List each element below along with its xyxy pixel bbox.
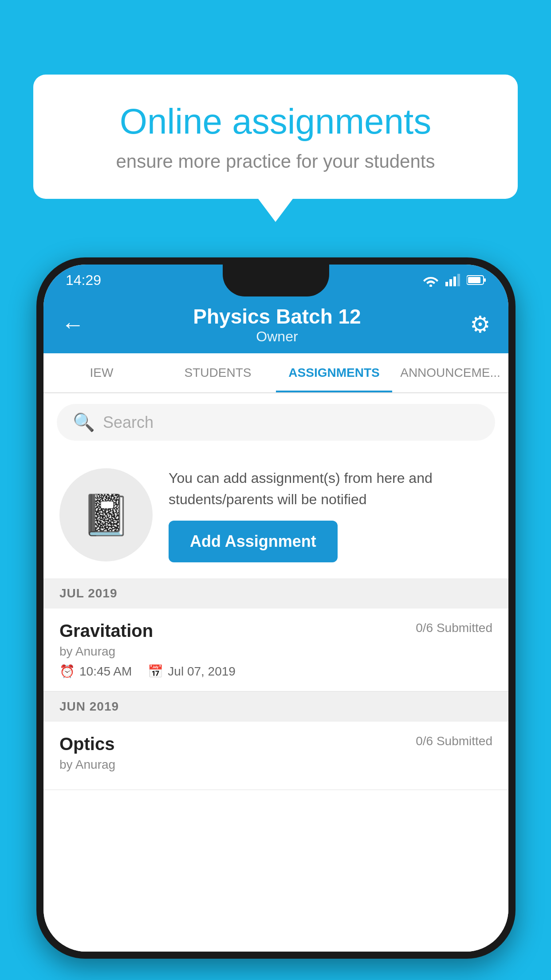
assignment-item-gravitation[interactable]: Gravitation 0/6 Submitted by Anurag ⏰ 10… [43,609,508,692]
promo-description: You can add assignment(s) from here and … [169,467,492,510]
promo-card: 📓 You can add assignment(s) from here an… [43,451,508,578]
search-bar[interactable]: 🔍 Search [57,404,495,441]
assignment-submitted: 0/6 Submitted [416,621,492,635]
screen-content: IEW STUDENTS ASSIGNMENTS ANNOUNCEME... 🔍… [43,353,508,952]
tab-assignments[interactable]: ASSIGNMENTS [276,353,392,392]
battery-icon [467,275,486,285]
wifi-icon [422,273,439,287]
tab-iew[interactable]: IEW [43,353,160,392]
svg-rect-1 [445,282,448,286]
status-icons [422,273,486,287]
svg-rect-7 [484,278,486,282]
assignment-meta: ⏰ 10:45 AM 📅 Jul 07, 2019 [59,664,492,679]
svg-rect-4 [457,274,460,286]
search-icon: 🔍 [73,412,95,433]
status-time: 14:29 [66,272,101,288]
app-bar-title: Physics Batch 12 [193,304,361,328]
svg-rect-3 [453,277,456,286]
assignment-by: by Anurag [59,644,492,659]
assignment-time: ⏰ 10:45 AM [59,664,132,679]
speech-bubble: Online assignments ensure more practice … [33,75,518,199]
app-bar-subtitle: Owner [193,328,361,345]
svg-rect-6 [468,277,480,283]
assignment-row-top: Gravitation 0/6 Submitted [59,621,492,641]
section-header-jun: JUN 2019 [43,692,508,722]
notebook-icon: 📓 [81,492,131,538]
assignment-submitted-optics: 0/6 Submitted [416,734,492,748]
assignment-name-optics: Optics [59,734,114,754]
assignment-icon-circle: 📓 [59,468,153,561]
app-bar: ← Physics Batch 12 Owner ⚙ [43,296,508,353]
phone-frame: 14:29 [36,257,516,959]
clock-icon: ⏰ [59,664,75,679]
assignment-item-optics[interactable]: Optics 0/6 Submitted by Anurag [43,722,508,790]
assignment-row-top-optics: Optics 0/6 Submitted [59,734,492,754]
tab-announcements[interactable]: ANNOUNCEME... [392,353,508,392]
svg-point-0 [429,285,432,287]
signal-icon [445,274,460,286]
app-bar-center: Physics Batch 12 Owner [193,304,361,345]
phone-screen: 14:29 [43,265,508,952]
search-container: 🔍 Search [43,393,508,451]
assignment-by-optics: by Anurag [59,758,492,772]
assignment-name: Gravitation [59,621,153,641]
phone-notch [223,265,329,296]
speech-bubble-title: Online assignments [69,101,482,142]
tab-students[interactable]: STUDENTS [160,353,276,392]
speech-bubble-subtitle: ensure more practice for your students [69,151,482,172]
tab-bar: IEW STUDENTS ASSIGNMENTS ANNOUNCEME... [43,353,508,393]
add-assignment-button[interactable]: Add Assignment [169,521,338,562]
assignment-date: 📅 Jul 07, 2019 [148,664,236,679]
back-button[interactable]: ← [61,311,84,338]
search-input[interactable]: Search [103,413,153,432]
svg-rect-2 [449,279,452,286]
calendar-icon: 📅 [148,664,163,679]
promo-content: You can add assignment(s) from here and … [169,467,492,562]
section-header-jul: JUL 2019 [43,578,508,609]
settings-icon[interactable]: ⚙ [470,311,491,338]
